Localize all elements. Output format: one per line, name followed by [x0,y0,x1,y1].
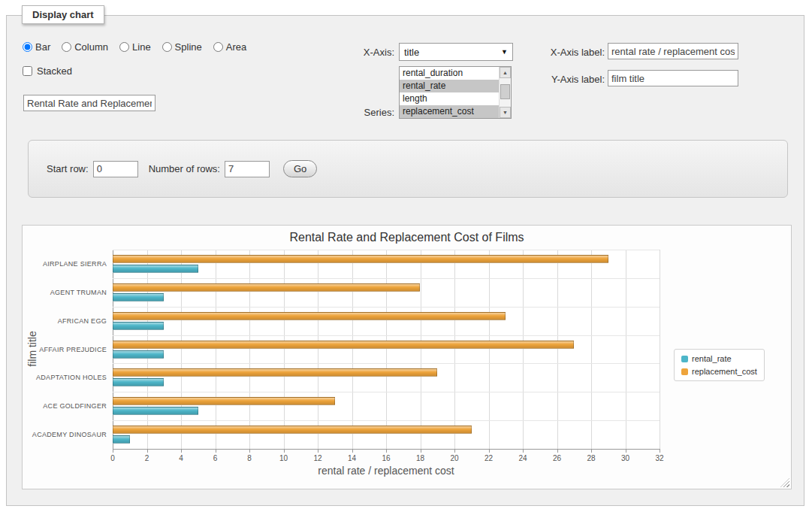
y-gridline [113,250,660,250]
scroll-down-icon[interactable]: ▼ [500,107,511,118]
bar-replacement_cost[interactable] [113,283,420,292]
radio-spline-label: Spline [175,41,202,53]
bar-rental_rate[interactable] [113,350,164,359]
series-option-length[interactable]: length [400,92,499,105]
y-gridline [113,392,660,392]
bar-replacement_cost[interactable] [113,341,574,349]
chart-title-input[interactable] [23,95,155,111]
chart-container: Rental Rate and Replacement Cost of Film… [22,225,792,489]
y-gridline [113,363,660,364]
x-tickmark [352,449,353,453]
x-gridline [181,250,182,449]
bar-rental_rate[interactable] [113,407,198,415]
radio-bar[interactable]: Bar [23,41,50,53]
bar-replacement_cost[interactable] [113,312,506,320]
x-gridline [454,250,455,449]
x-tick-label: 0 [110,454,115,462]
x-axis-label-field-label: X-Axis label: [533,47,605,58]
radio-area[interactable]: Area [213,41,246,53]
bar-replacement_cost[interactable] [113,397,335,405]
radio-spline[interactable]: Spline [162,41,202,53]
x-tickmark [249,449,250,453]
x-tick-label: 20 [450,454,458,462]
x-tick-label: 28 [587,454,595,462]
start-row-input[interactable] [93,161,138,177]
x-gridline [318,250,318,449]
scrollbar-track[interactable] [500,78,511,107]
radio-area-label: Area [226,41,246,53]
series-option-replacement-cost[interactable]: replacement_cost [400,105,499,118]
x-axis-select-label: X-Axis: [307,47,394,58]
x-tickmark [386,449,387,453]
series-listbox[interactable]: rental_duration rental_rate length repla… [399,66,512,119]
category-label: AFRICAN EGG [58,317,107,325]
row-controls-panel: Start row: Number of rows: Go [28,140,788,198]
radio-line[interactable]: Line [119,41,151,53]
series-option-rental-duration[interactable]: rental_duration [400,67,499,80]
legend-label: rental_rate [692,354,732,363]
number-of-rows-input[interactable] [225,161,270,177]
radio-column-input[interactable] [62,42,71,52]
dropdown-arrow-icon: ▼ [501,48,508,56]
legend-item[interactable]: replacement_cost [681,367,757,376]
x-tickmark [147,449,148,453]
legend-item[interactable]: rental_rate [681,354,757,363]
bar-rental_rate[interactable] [113,265,198,273]
x-tick-label: 4 [179,454,183,462]
x-gridline [523,250,524,449]
y-gridline [113,278,660,279]
bar-rental_rate[interactable] [113,322,164,330]
category-label: AGENT TRUMAN [50,289,107,296]
bar-replacement_cost[interactable] [113,255,608,263]
x-gridline [216,250,216,449]
x-tickmark [591,449,592,453]
category-label: AFFAIR PREJUDICE [39,346,107,353]
start-row-label: Start row: [47,163,89,174]
series-option-rental-rate[interactable]: rental_rate [400,80,499,92]
radio-line-input[interactable] [119,42,129,52]
legend-swatch [681,368,688,375]
category-label: ADAPTATION HOLES [36,374,107,381]
resize-handle[interactable] [780,478,789,487]
radio-bar-input[interactable] [23,42,32,52]
series-scrollbar[interactable]: ▲ ▼ [499,67,511,118]
x-tickmark [626,449,626,453]
bar-replacement_cost[interactable] [113,426,472,434]
legend-swatch [681,356,688,362]
radio-spline-input[interactable] [162,42,172,52]
radio-column[interactable]: Column [62,41,108,53]
x-tick-label: 24 [518,454,527,462]
x-gridline [421,250,421,449]
x-tick-label: 2 [145,454,149,462]
chart-legend: rental_ratereplacement_cost [674,349,765,381]
chart-title: Rental Rate and Replacement Cost of Film… [23,231,791,244]
x-gridline [284,250,285,449]
radio-area-input[interactable] [213,42,223,52]
x-tickmark [421,449,421,453]
bar-rental_rate[interactable] [113,293,164,301]
x-gridline [147,250,148,449]
bar-replacement_cost[interactable] [113,368,437,377]
x-tick-label: 32 [655,454,663,462]
stacked-checkbox-row[interactable]: Stacked [23,65,72,77]
legend-label: replacement_cost [692,367,757,376]
x-gridline [249,250,250,449]
x-tickmark [181,449,182,453]
bar-rental_rate[interactable] [113,378,164,386]
y-axis-label-field-label: Y-Axis label: [533,74,605,85]
radio-bar-label: Bar [35,41,50,53]
x-axis-select[interactable]: title ▼ [399,43,513,61]
stacked-checkbox[interactable] [23,66,32,76]
x-tickmark [113,449,113,453]
bar-rental_rate[interactable] [113,435,130,444]
x-axis-selected-value: title [404,47,419,58]
go-button[interactable]: Go [283,160,317,177]
scrollbar-thumb[interactable] [500,84,510,99]
x-tick-label: 16 [382,454,390,462]
x-axis-label-input[interactable] [608,43,738,59]
x-gridline [660,250,660,449]
x-tickmark [284,449,285,453]
scroll-up-icon[interactable]: ▲ [500,67,511,78]
radio-line-label: Line [132,41,151,53]
y-axis-label-input[interactable] [608,70,738,86]
